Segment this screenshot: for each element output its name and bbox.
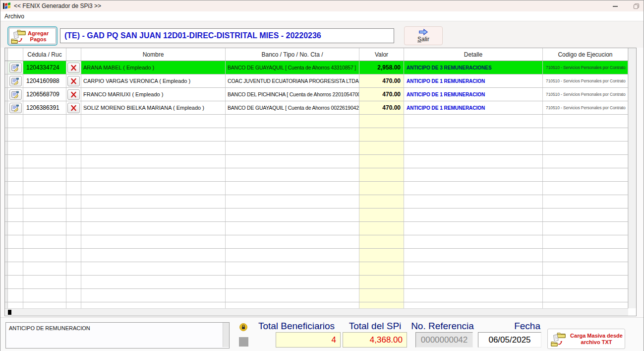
banco-cell: BANCO DE GUAYAQUIL [ Cuenta de Ahorros 4… (226, 61, 359, 74)
banco-cell (226, 222, 359, 235)
empty-table-row (5, 209, 636, 222)
minimize-button-icon[interactable] (611, 1, 620, 10)
valor-cell (359, 235, 404, 248)
horizontal-scrollbar-thumb[interactable] (8, 310, 11, 315)
salir-button[interactable]: Salir (404, 26, 443, 45)
detalle-cell (404, 128, 543, 141)
grid-vertical-scrollbar[interactable] (628, 48, 636, 308)
detalle-cell: ANTICIPO DE 1 REMUNERACION (404, 74, 543, 87)
empty-table-row (5, 249, 636, 262)
header-valor: Valor (359, 48, 404, 61)
edit-row-button[interactable] (9, 63, 22, 73)
exit-arrow-icon (418, 29, 428, 35)
nombre-cell (81, 168, 226, 181)
carga-masiva-button[interactable]: Carga Masiva desde archivo TXT (547, 329, 625, 349)
codigo-cell (543, 289, 628, 302)
fecha-field[interactable]: 06/05/2025 (478, 332, 541, 348)
codigo-cell (543, 276, 628, 288)
detalle-cell (404, 235, 543, 248)
detalle-cell: ANTICIPO DE 1 REMUNERACION (404, 88, 543, 101)
edit-cell (8, 141, 23, 154)
codigo-cell: 710510 - Servicios Personales por Contra… (543, 101, 628, 114)
delete-row-button[interactable] (67, 76, 80, 86)
spi-title-field[interactable]: (TE) - GAD PQ SAN JUAN 12D01-DIREC-DISTR… (60, 28, 394, 43)
agregar-pagos-button[interactable]: Agregar Pagos (7, 26, 58, 46)
codigo-cell (543, 249, 628, 262)
valor-cell (359, 289, 404, 302)
detalle-cell (404, 276, 543, 288)
delete-row-button[interactable] (67, 89, 80, 100)
delete-cell (66, 182, 81, 195)
edit-cell (8, 168, 23, 181)
nombre-cell (81, 249, 226, 262)
nombre-cell (81, 209, 226, 221)
banco-cell (226, 155, 359, 168)
table-row[interactable]: 1204334724ARANA MABEL ( Empleado )BANCO … (5, 61, 636, 74)
nombre-cell: ARANA MABEL ( Empleado ) (81, 61, 226, 74)
memo-scrollbar[interactable] (223, 323, 229, 347)
banco-cell (226, 209, 359, 221)
edit-cell (8, 74, 23, 87)
delete-cell (66, 276, 81, 288)
cedula-cell (23, 128, 66, 141)
detalle-cell (404, 115, 543, 128)
valor-cell (359, 128, 404, 141)
empty-table-row (5, 222, 636, 235)
codigo-cell (543, 168, 628, 181)
status-square (239, 337, 248, 347)
no-referencia-label: No. Referencia (410, 321, 475, 332)
delete-cell (66, 235, 81, 248)
delete-cell (66, 61, 81, 74)
edit-row-button[interactable] (9, 103, 22, 113)
nombre-cell (81, 302, 226, 308)
header-edit (8, 48, 23, 61)
total-spi-label: Total del SPi (343, 321, 408, 332)
table-row[interactable]: 1206568709FRANCO MARIUXI ( Empleado )BAN… (5, 88, 636, 101)
detalle-cell (404, 249, 543, 262)
nombre-cell (81, 128, 226, 141)
payments-grid: Cédula / Ruc Nombre Banco / Tipo / No. C… (4, 48, 637, 316)
edit-cell (8, 262, 23, 275)
detalle-cell (404, 302, 543, 308)
codigo-cell (543, 182, 628, 195)
edit-cell (8, 115, 23, 128)
edit-row-button[interactable] (9, 89, 22, 100)
detalle-cell (404, 168, 543, 181)
header-banco: Banco / Tipo / No. Cta / (226, 48, 359, 61)
valor-cell (359, 195, 404, 208)
codigo-cell: 710510 - Servicios Personales por Contra… (543, 61, 628, 74)
restore-button-icon[interactable] (632, 1, 641, 10)
edit-cell (8, 101, 23, 114)
codigo-cell (543, 195, 628, 208)
detalle-memo-field[interactable]: ANTICIPO DE REMUNERACION (5, 322, 230, 349)
table-row[interactable]: 1204160988CARPIO VARGAS VERONICA ( Emple… (5, 74, 636, 88)
nombre-cell (81, 262, 226, 275)
title-bar: << FENIX Generador de SPi3 >> (0, 0, 644, 11)
banco-cell (226, 182, 359, 195)
total-spi-value: 4,368.00 (343, 332, 407, 348)
cedula-cell: 1206568709 (23, 88, 66, 101)
detalle-cell (404, 195, 543, 208)
delete-row-button[interactable] (67, 103, 80, 113)
delete-cell (66, 195, 81, 208)
edit-cell (8, 249, 23, 262)
delete-row-button[interactable] (67, 63, 80, 73)
cedula-cell (23, 276, 66, 288)
footer-panel: ANTICIPO DE REMUNERACION Total Beneficia… (0, 317, 644, 351)
detalle-cell (404, 155, 543, 168)
cedula-cell (23, 249, 66, 262)
menu-bar: Archivo (0, 11, 644, 21)
detalle-cell (404, 209, 543, 221)
nombre-cell (81, 289, 226, 302)
app-window: << FENIX Generador de SPi3 >> Archivo (0, 0, 644, 351)
delete-cell (66, 88, 81, 101)
toolbar: Agregar Pagos (TE) - GAD PQ SAN JUAN 12D… (0, 21, 644, 48)
nombre-cell (81, 222, 226, 235)
table-row[interactable]: 1206386391SOLIZ MORENO BIELKA MARIANA ( … (5, 101, 636, 115)
codigo-cell (543, 302, 628, 308)
edit-cell (8, 276, 23, 288)
edit-row-button[interactable] (9, 76, 22, 86)
grid-horizontal-scrollbar[interactable] (5, 308, 628, 316)
menu-archivo[interactable]: Archivo (0, 11, 28, 20)
edit-cell (8, 289, 23, 302)
